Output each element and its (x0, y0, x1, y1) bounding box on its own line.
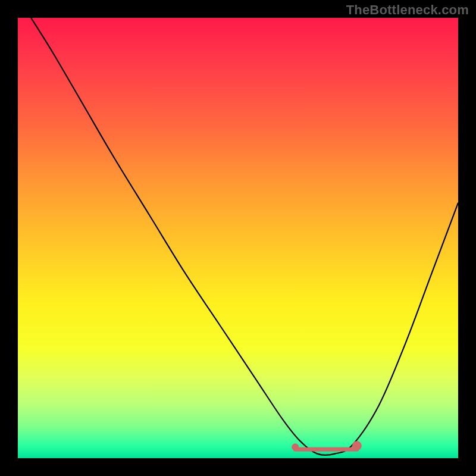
svg-point-2 (352, 441, 362, 450)
plot-area (18, 18, 458, 458)
bottleneck-curve (18, 18, 458, 458)
watermark-text: TheBottleneck.com (346, 2, 469, 18)
chart-frame: TheBottleneck.com (0, 0, 476, 476)
svg-point-1 (292, 443, 299, 450)
